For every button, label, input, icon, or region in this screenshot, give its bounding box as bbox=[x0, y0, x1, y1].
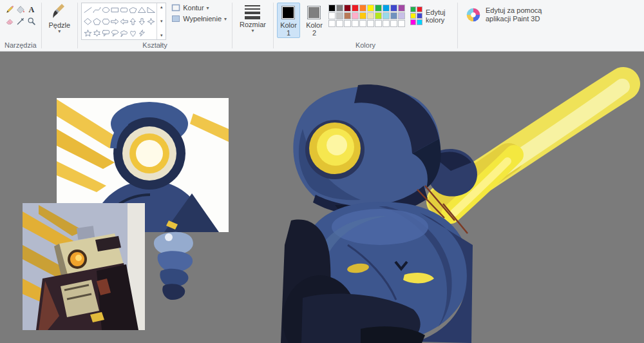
palette-color-r3-c1[interactable] bbox=[328, 20, 336, 27]
eyedropper-icon bbox=[16, 17, 25, 26]
shape-arrow-left[interactable] bbox=[119, 15, 128, 27]
palette-color-r3-c8[interactable] bbox=[383, 20, 390, 27]
shape-star-4[interactable] bbox=[146, 15, 155, 27]
lightning-icon bbox=[138, 30, 146, 37]
polygon-icon bbox=[129, 6, 137, 14]
palette-color-r2-c4[interactable] bbox=[352, 12, 359, 19]
palette-color-r1-c8[interactable] bbox=[383, 5, 390, 12]
shape-arrow-up[interactable] bbox=[128, 15, 137, 27]
edit-colors-icon-cell bbox=[410, 6, 416, 12]
rectangle-icon bbox=[111, 6, 119, 14]
outline-button[interactable]: Kontur ▾ bbox=[169, 3, 229, 12]
palette-color-r2-c5[interactable] bbox=[359, 12, 366, 19]
palette-color-r3-c9[interactable] bbox=[390, 20, 397, 27]
color1-label: Kolor 1 bbox=[278, 21, 299, 37]
star-4-icon bbox=[147, 18, 155, 25]
color2-button[interactable]: Kolor 2 bbox=[303, 3, 326, 38]
size-group: Rozmiar ▾ bbox=[232, 0, 273, 51]
palette-color-r1-c4[interactable] bbox=[352, 5, 359, 12]
shapes-scroll-down-button[interactable]: ▾ bbox=[160, 19, 163, 24]
triangle-icon bbox=[138, 6, 146, 14]
palette-color-r3-c10[interactable] bbox=[398, 20, 405, 27]
edit-colors-icon-cell bbox=[417, 13, 422, 19]
palette-color-r2-c9[interactable] bbox=[390, 12, 397, 19]
magnifier-tool-button[interactable] bbox=[26, 15, 37, 26]
palette-color-r3-c7[interactable] bbox=[375, 20, 382, 27]
paint3d-button[interactable]: Edytuj za pomocą aplikacji Paint 3D bbox=[461, 1, 550, 28]
paint-canvas[interactable] bbox=[0, 52, 644, 343]
shape-oval[interactable] bbox=[101, 4, 110, 15]
brush-icon bbox=[52, 3, 67, 20]
palette-color-r2-c6[interactable] bbox=[367, 12, 374, 19]
palette-color-r3-c5[interactable] bbox=[359, 20, 366, 27]
fill-button[interactable]: Wypełnienie ▾ bbox=[169, 14, 229, 23]
shape-rounded-rectangle[interactable] bbox=[119, 4, 128, 15]
pencil-icon bbox=[5, 5, 14, 14]
palette-color-r2-c3[interactable] bbox=[344, 12, 351, 19]
edit-colors-button[interactable]: Edytuj kolory bbox=[408, 3, 454, 29]
palette-color-r3-c6[interactable] bbox=[367, 20, 374, 27]
color-picker-tool-button[interactable] bbox=[15, 15, 26, 26]
shapes-scroll-up-button[interactable]: ▴ bbox=[160, 5, 163, 10]
chevron-down-icon: ▾ bbox=[224, 16, 227, 22]
shape-polygon[interactable] bbox=[128, 4, 137, 15]
artwork-reference-bottom-left bbox=[23, 203, 145, 330]
chevron-down-icon: ▾ bbox=[58, 30, 61, 34]
palette-color-r2-c2[interactable] bbox=[336, 12, 343, 19]
chevron-down-icon: ▾ bbox=[251, 29, 254, 33]
edit-colors-label: Edytuj kolory bbox=[426, 8, 451, 24]
outline-button-label: Kontur bbox=[183, 4, 204, 12]
magnifier-icon bbox=[27, 17, 36, 26]
palette-color-r1-c6[interactable] bbox=[367, 5, 374, 12]
palette-color-r3-c3[interactable] bbox=[344, 20, 351, 27]
fill-with-color-tool-button[interactable] bbox=[15, 4, 26, 15]
palette-color-r3-c2[interactable] bbox=[336, 20, 343, 27]
color1-button[interactable]: Kolor 1 bbox=[277, 3, 300, 38]
brushes-button[interactable]: Pędzle ▾ bbox=[45, 1, 75, 34]
palette-color-r1-c9[interactable] bbox=[390, 5, 397, 12]
text-tool-button[interactable]: A bbox=[26, 4, 37, 15]
palette-color-r1-c5[interactable] bbox=[359, 5, 366, 12]
palette-color-r1-c10[interactable] bbox=[398, 5, 405, 12]
shape-pentagon[interactable] bbox=[92, 15, 101, 27]
palette-color-r1-c1[interactable] bbox=[328, 5, 336, 12]
arrow-up-icon bbox=[129, 18, 137, 25]
shape-curve[interactable] bbox=[92, 4, 101, 15]
shape-callout-cloud[interactable] bbox=[119, 27, 128, 39]
palette-color-r1-c2[interactable] bbox=[336, 5, 343, 12]
svg-text:A: A bbox=[28, 5, 34, 14]
text-icon: A bbox=[27, 5, 36, 14]
palette-color-r1-c7[interactable] bbox=[375, 5, 382, 12]
edit-colors-icon-cell bbox=[417, 19, 422, 25]
star-6-icon bbox=[93, 30, 101, 37]
shape-lightning[interactable] bbox=[137, 27, 146, 39]
colors-group-label: Kolory bbox=[354, 41, 377, 51]
size-button[interactable]: Rozmiar ▾ bbox=[236, 1, 270, 34]
palette-color-r1-c3[interactable] bbox=[344, 5, 351, 12]
palette-color-r2-c8[interactable] bbox=[383, 12, 390, 19]
eraser-tool-button[interactable] bbox=[5, 15, 15, 26]
shapes-gallery-more-button[interactable]: ▾ bbox=[160, 33, 163, 38]
shape-hexagon[interactable] bbox=[101, 15, 110, 27]
palette-color-r2-c10[interactable] bbox=[398, 12, 405, 19]
shape-line[interactable] bbox=[83, 4, 92, 15]
shape-arrow-right[interactable] bbox=[110, 15, 119, 27]
color2-label: Kolor 2 bbox=[303, 21, 325, 37]
shape-diamond[interactable] bbox=[83, 15, 92, 27]
palette-color-r3-c4[interactable] bbox=[352, 20, 359, 27]
pencil-tool-button[interactable] bbox=[5, 4, 15, 15]
edit-colors-icon-cell bbox=[410, 19, 416, 25]
shape-callout-oval[interactable] bbox=[110, 27, 119, 39]
shape-rectangle[interactable] bbox=[110, 4, 119, 15]
shape-triangle[interactable] bbox=[137, 4, 146, 15]
shape-star-6[interactable] bbox=[92, 27, 101, 39]
shape-arrow-down[interactable] bbox=[137, 15, 146, 27]
shape-right-triangle[interactable] bbox=[146, 4, 155, 15]
artwork bbox=[0, 52, 644, 343]
shape-callout-rounded[interactable] bbox=[101, 27, 110, 39]
shape-heart[interactable] bbox=[128, 27, 137, 39]
shape-star-5[interactable] bbox=[83, 27, 92, 39]
ribbon: A bbox=[0, 0, 644, 52]
palette-color-r2-c1[interactable] bbox=[328, 12, 336, 19]
palette-color-r2-c7[interactable] bbox=[375, 12, 382, 19]
